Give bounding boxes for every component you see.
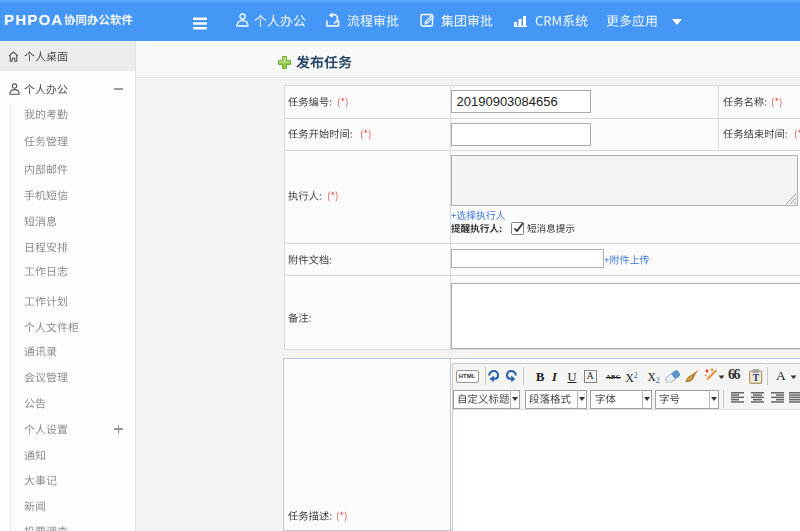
svg-text:T: T — [752, 373, 759, 383]
